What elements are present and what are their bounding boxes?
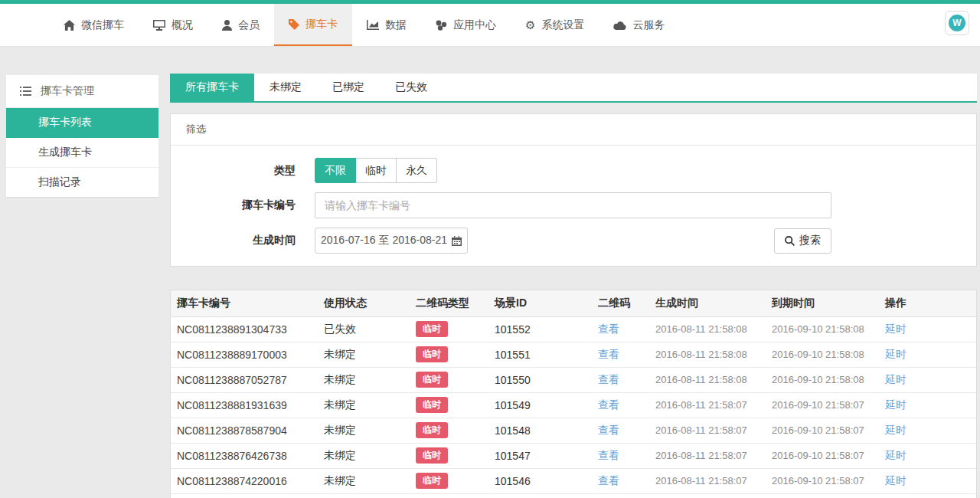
extend-link[interactable]: 延时 [885,373,906,385]
view-qr-link[interactable]: 查看 [598,449,619,461]
table-row: NC0811238887052787 未绑定 临时 101550 查看 2016… [171,367,976,392]
qr-type-badge: 临时 [416,321,448,336]
table-row: NC0811238891304733 已失效 临时 101552 查看 2016… [171,316,976,342]
nav-item-label: 云服务 [632,18,665,32]
table-header-row: 挪车卡编号 使用状态 二维码类型 场景ID 二维码 生成时间 到期时间 操作 [171,290,976,316]
nav-item-label: 会员 [238,18,260,32]
tab-expired[interactable]: 已失效 [380,74,443,101]
search-button[interactable]: 搜索 [774,228,831,254]
date-range-picker[interactable]: 2016-07-16 至 2016-08-21 [315,228,468,254]
tab-bound[interactable]: 已绑定 [317,74,380,101]
cell-qr: 查看 [592,443,649,468]
app-logo-button[interactable]: W [945,11,969,35]
cell-actions: 延时 [879,418,976,443]
filter-row-type: 类型 不限 临时 永久 [171,158,961,183]
column-header-expires: 到期时间 [766,290,879,316]
cell-qr-type: 临时 [410,367,488,392]
card-table: 挪车卡编号 使用状态 二维码类型 场景ID 二维码 生成时间 到期时间 操作 N… [171,290,976,494]
cell-status: 未绑定 [318,392,410,418]
nav-item-app-center[interactable]: 应用中心 [421,4,511,46]
nav-item-move-card[interactable]: 挪车卡 [274,4,352,46]
view-qr-link[interactable]: 查看 [598,373,619,385]
cell-card-no: NC0811238874220016 [171,468,318,493]
view-qr-link[interactable]: 查看 [598,424,619,436]
cell-status: 未绑定 [318,418,410,443]
chart-icon [367,20,379,30]
gear-icon: ⚙ [525,19,535,31]
date-range-value: 2016-07-16 至 2016-08-21 [321,234,447,247]
nav-item-label: 微信挪车 [81,18,124,32]
nav-item-label: 数据 [385,18,407,32]
nav-item-members[interactable]: 会员 [207,4,274,46]
extend-link[interactable]: 延时 [885,398,906,411]
qr-type-badge: 临时 [416,372,448,387]
cell-qr-type: 临时 [410,418,488,443]
extend-link[interactable]: 延时 [885,474,906,487]
filter-body: 类型 不限 临时 永久 挪车卡编号 生成时间 [171,146,976,266]
type-option-temporary[interactable]: 临时 [356,158,397,183]
nav-item-data[interactable]: 数据 [352,4,421,46]
column-header-status: 使用状态 [318,290,410,316]
extend-link[interactable]: 延时 [885,449,906,461]
cell-scene-id: 101550 [488,367,592,392]
view-qr-link[interactable]: 查看 [598,398,619,411]
user-icon [222,20,232,31]
type-option-permanent[interactable]: 永久 [397,158,437,183]
sidebar-header: 挪车卡管理 [6,75,158,108]
column-header-qr-type: 二维码类型 [410,290,488,316]
list-icon [20,87,31,96]
search-button-label: 搜索 [799,234,821,247]
nav-item-cloud-service[interactable]: 云服务 [599,4,679,46]
nav-item-overview[interactable]: 概况 [139,4,207,46]
filter-row-time: 生成时间 2016-07-16 至 2016-08-21 搜索 [171,228,961,254]
nav-item-label: 挪车卡 [305,18,338,31]
extend-link[interactable]: 延时 [885,424,906,436]
tab-unbound[interactable]: 未绑定 [254,74,317,101]
qr-type-badge: 临时 [416,397,448,412]
cell-card-no: NC0811238887052787 [171,367,318,392]
home-icon [64,20,75,31]
nav-item-wechat-move-car[interactable]: 微信挪车 [49,4,139,46]
cell-card-no: NC0811238889170003 [171,342,318,367]
table-row: NC0811238876426738 未绑定 临时 101547 查看 2016… [171,443,976,468]
qr-type-badge: 临时 [416,346,448,362]
table-row: NC0811238889170003 未绑定 临时 101551 查看 2016… [171,342,976,367]
cell-actions: 延时 [879,316,976,342]
cell-qr: 查看 [592,342,649,367]
cell-actions: 延时 [879,367,976,392]
column-header-actions: 操作 [879,290,976,316]
cell-actions: 延时 [879,468,976,493]
card-no-input[interactable] [315,192,831,218]
cell-created: 2016-08-11 21:58:08 [649,316,766,342]
view-qr-link[interactable]: 查看 [598,348,619,360]
view-qr-link[interactable]: 查看 [598,323,619,335]
nav-item-system-settings[interactable]: ⚙ 系统设置 [511,4,599,46]
cell-expires: 2016-09-10 21:58:07 [766,443,879,468]
table-row: NC0811238878587904 未绑定 临时 101548 查看 2016… [171,418,976,443]
extend-link[interactable]: 延时 [885,323,906,335]
cloud-icon [613,21,626,30]
extend-link[interactable]: 延时 [885,348,906,360]
qr-type-badge: 临时 [416,422,448,437]
cell-created: 2016-08-11 21:58:07 [649,468,766,493]
cell-actions: 延时 [879,443,976,468]
cell-scene-id: 101552 [488,316,592,342]
cell-expires: 2016-09-10 21:58:08 [766,342,879,367]
cell-actions: 延时 [879,342,976,367]
nav-item-label: 概况 [172,18,193,32]
card-no-label: 挪车卡编号 [171,198,296,212]
type-button-group: 不限 临时 永久 [315,158,437,183]
search-icon [785,236,795,246]
type-option-unlimited[interactable]: 不限 [315,158,356,183]
sidebar: 挪车卡管理 挪车卡列表 生成挪车卡 扫描记录 [6,75,158,197]
cell-card-no: NC0811238878587904 [171,418,318,443]
monitor-icon [153,20,165,31]
sidebar-item-card-list[interactable]: 挪车卡列表 [6,108,158,138]
cell-status: 未绑定 [318,443,410,468]
cell-card-no: NC0811238876426738 [171,443,318,468]
sidebar-item-scan-records[interactable]: 扫描记录 [6,168,158,197]
sidebar-item-generate-card[interactable]: 生成挪车卡 [6,138,158,168]
tab-all-cards[interactable]: 所有挪车卡 [170,74,254,101]
cell-qr: 查看 [592,392,649,418]
view-qr-link[interactable]: 查看 [598,474,619,487]
